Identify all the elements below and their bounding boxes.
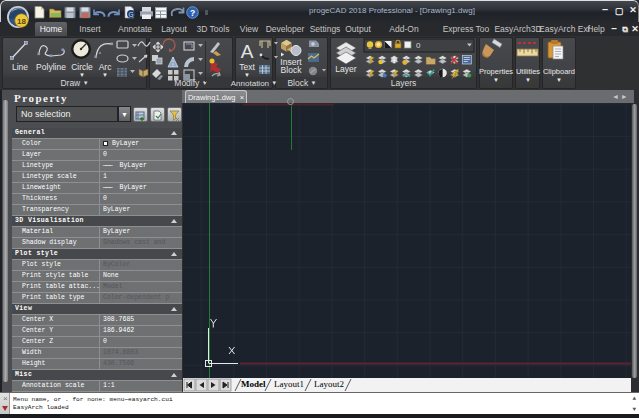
svg-text:18: 18: [17, 17, 26, 26]
svg-text:G: G: [128, 11, 133, 18]
svg-text:?: ?: [190, 8, 195, 18]
